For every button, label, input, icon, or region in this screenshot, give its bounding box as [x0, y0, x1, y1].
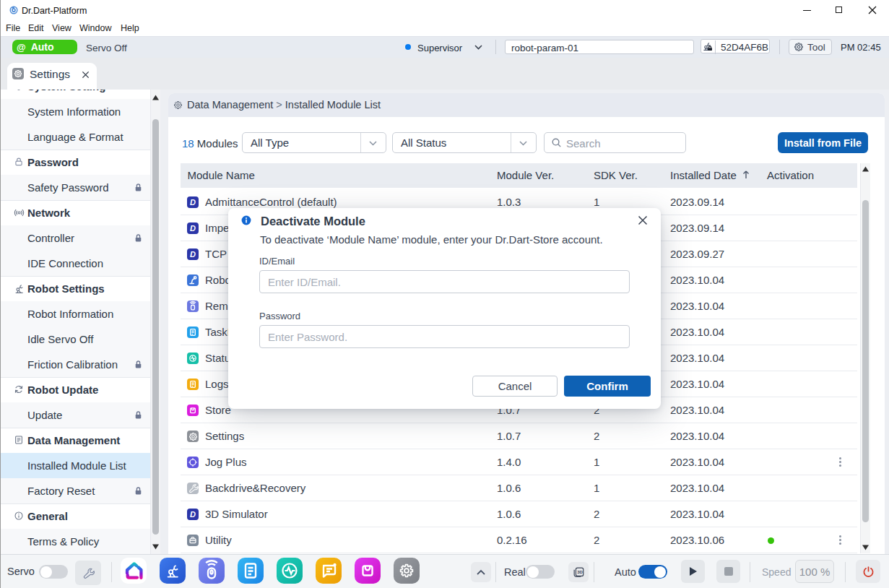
svg-text:3D: 3D [577, 570, 583, 574]
